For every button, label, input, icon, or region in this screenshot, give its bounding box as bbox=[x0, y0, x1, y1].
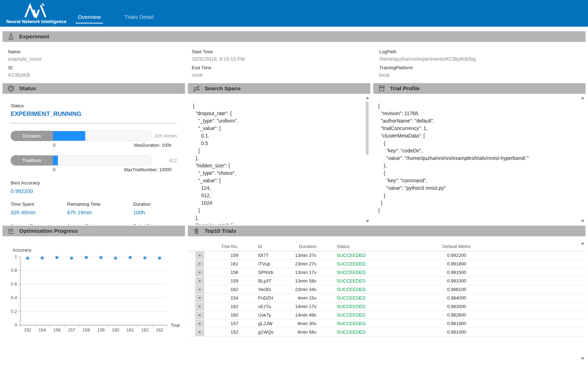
cell-trial-no: 152 bbox=[204, 329, 238, 335]
cell-default-metric: 0.983000 bbox=[373, 304, 540, 309]
cell-duration: 23min 27s bbox=[281, 261, 316, 267]
scroll-down-arrow[interactable] bbox=[581, 357, 584, 360]
trialnum-progress-track bbox=[53, 155, 152, 166]
archive-box-icon bbox=[378, 85, 385, 92]
cell-duration: 6min 30s bbox=[281, 321, 316, 326]
cell-status: SUCCEEDED bbox=[316, 270, 373, 275]
scroll-down-arrow[interactable] bbox=[366, 220, 369, 222]
best-accuracy-value: 0.992200 bbox=[11, 188, 177, 194]
cell-duration: 13min 37s bbox=[281, 253, 316, 258]
cell-status: SUCCEEDED bbox=[316, 287, 373, 292]
table-row: +162sEzTu14min 17sSUCCEEDED0.983000 bbox=[188, 302, 586, 311]
svg-text:154: 154 bbox=[39, 328, 46, 333]
top10-table-rows: +159t0I7T13min 37sSUCCEEDED0.992200+161I… bbox=[188, 251, 586, 337]
stat-cell: Time Spent32h 40min bbox=[11, 201, 67, 215]
stat-value: 67h 19min bbox=[67, 209, 133, 215]
cell-status: SUCCEEDED bbox=[316, 295, 373, 301]
expand-row-button[interactable]: + bbox=[195, 277, 204, 285]
scroll-up-arrow[interactable] bbox=[581, 97, 584, 99]
top10-trials-panel: Top10 Trials Trial No. Id Duration Statu… bbox=[188, 226, 586, 366]
trialnum-progress: TrialNum 412 bbox=[11, 155, 177, 166]
stat-label: Duration bbox=[133, 201, 177, 207]
brand: Neural Network Intelligence bbox=[0, 0, 64, 27]
experiment-section-header: Experiment bbox=[2, 31, 586, 42]
duration-min: 0 bbox=[53, 143, 55, 148]
duration-progress-fill bbox=[53, 131, 85, 141]
expand-row-button[interactable]: + bbox=[195, 320, 204, 328]
search-space-section-header: Search Space bbox=[188, 83, 370, 94]
trial-profile-section-title: Trial Profile bbox=[390, 85, 420, 92]
scatter-chart-svg: 00.20.40.60.8115215415615715915916016116… bbox=[2, 247, 185, 337]
column-header-duration: Duration bbox=[281, 244, 316, 249]
status-section-header: Status bbox=[2, 83, 185, 94]
field-label: LogPath bbox=[379, 49, 588, 54]
top10-scrollbar[interactable] bbox=[580, 242, 584, 360]
svg-text:0.8: 0.8 bbox=[11, 268, 17, 273]
trial-profile-panel: Trial Profile { "revision": 11768, "auth… bbox=[373, 83, 586, 225]
cell-status: SUCCEEDED bbox=[316, 278, 373, 284]
scroll-thumb[interactable] bbox=[366, 102, 369, 155]
svg-text:157: 157 bbox=[68, 328, 75, 333]
cell-trial-no: 157 bbox=[204, 321, 238, 326]
cell-id: sEzTu bbox=[238, 304, 281, 309]
cell-trial-no: 156 bbox=[204, 270, 238, 275]
optimization-section-header: Optimization Progress bbox=[2, 226, 185, 236]
top10-section-header: Top10 Trials bbox=[188, 226, 586, 236]
svg-text:162: 162 bbox=[156, 328, 163, 333]
field-value: example_mnist bbox=[8, 56, 192, 62]
status-label: Status bbox=[11, 103, 177, 108]
trialnum-progress-value: 412 bbox=[152, 158, 177, 163]
field-value: 10/31/2018, 8:16:15 PM bbox=[192, 56, 379, 62]
cell-id: t0I7T bbox=[238, 253, 281, 258]
cell-id: ITVup bbox=[238, 261, 281, 267]
cell-duration: 14min 17s bbox=[281, 304, 316, 309]
cell-trial-no: 159 bbox=[204, 253, 238, 258]
expand-row-button[interactable]: + bbox=[195, 252, 204, 259]
expand-row-button[interactable]: + bbox=[195, 328, 204, 336]
stat-value: 32h 40min bbox=[11, 209, 67, 215]
cell-id: BLy3T bbox=[238, 278, 281, 284]
duration-progress: Duration 32h 40min bbox=[11, 131, 177, 141]
cell-status: SUCCEEDED bbox=[316, 304, 373, 309]
search-space-json: { "dropout_rate": { "_type": "uniform", … bbox=[188, 94, 370, 225]
expand-row-button[interactable]: + bbox=[195, 286, 204, 294]
flask-icon bbox=[7, 33, 15, 40]
expand-row-button[interactable]: + bbox=[195, 260, 204, 268]
expand-row-button[interactable]: + bbox=[195, 303, 204, 311]
cell-status: SUCCEEDED bbox=[316, 261, 373, 267]
search-space-scrollbar[interactable] bbox=[365, 97, 369, 222]
svg-text:1: 1 bbox=[15, 254, 17, 259]
field-value: KCiBytKB bbox=[8, 72, 192, 78]
table-row: +159t0I7T13min 37sSUCCEEDED0.992200 bbox=[188, 251, 586, 260]
gauge-icon bbox=[7, 85, 15, 92]
tab-overview[interactable]: Overview bbox=[76, 14, 103, 23]
stat-label: Stopped Trial bbox=[67, 223, 133, 225]
scroll-up-arrow[interactable] bbox=[366, 97, 369, 99]
top10-table-header: Trial No. Id Duration Status Default Met… bbox=[188, 242, 586, 251]
expand-row-button[interactable]: + bbox=[195, 269, 204, 276]
field-label: Start Time bbox=[192, 49, 379, 54]
experiment-section-title: Experiment bbox=[19, 33, 49, 40]
trial-profile-scrollbar[interactable] bbox=[580, 97, 584, 222]
cell-trial-no: 161 bbox=[204, 261, 238, 267]
expand-row-button[interactable]: + bbox=[195, 294, 204, 302]
top10-section-title: Top10 Trials bbox=[205, 228, 236, 234]
stat-cell: Duration100h bbox=[133, 201, 177, 215]
cell-default-metric: 0.986100 bbox=[373, 287, 540, 292]
stat-cell: Remaining Time67h 19min bbox=[67, 201, 133, 215]
trialnum-progress-label: TrialNum bbox=[11, 155, 53, 166]
table-row: +160Uvk7y14min 49sSUCCEEDED0.982600 bbox=[188, 311, 586, 319]
stat-value: 100h bbox=[133, 209, 177, 215]
field-label: End Time bbox=[192, 65, 379, 70]
experiment-info: Name example_mnist ID KCiBytKB Start Tim… bbox=[0, 42, 588, 82]
column-header-id: Id bbox=[238, 244, 281, 249]
tab-trials-detail[interactable]: Trials Detail bbox=[123, 14, 156, 23]
cell-duration: 6min 56s bbox=[281, 329, 316, 335]
trial-profile-section-header: Trial Profile bbox=[373, 83, 586, 94]
expand-row-button[interactable]: + bbox=[195, 311, 204, 319]
scroll-down-arrow[interactable] bbox=[581, 220, 584, 222]
cell-default-metric: 0.991500 bbox=[373, 270, 540, 275]
scroll-up-arrow[interactable] bbox=[581, 242, 584, 244]
trial-profile-json: { "revision": 11768, "authorName": "defa… bbox=[373, 94, 586, 225]
cell-duration: 13min 58s bbox=[281, 278, 316, 284]
